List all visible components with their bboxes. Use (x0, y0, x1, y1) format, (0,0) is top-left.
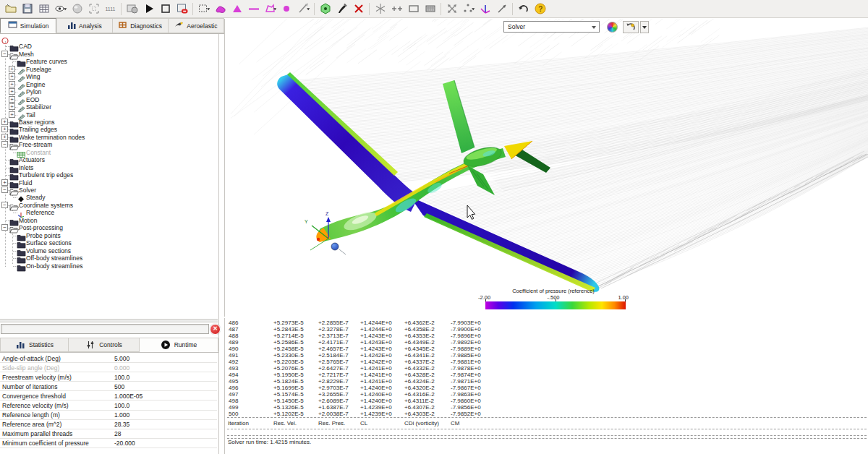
abort-icon[interactable] (174, 1, 190, 17)
parameter-value[interactable]: 100.0 (114, 402, 129, 409)
tree-item-label[interactable]: Probe points (26, 232, 61, 239)
tree-expander-plus[interactable]: + (1, 126, 8, 132)
tree-item-label[interactable]: Motion (19, 217, 38, 224)
tree-expander-plus[interactable]: + (9, 81, 15, 87)
save-icon[interactable] (19, 1, 35, 17)
color-palette-icon[interactable] (607, 22, 618, 33)
tree-expander-plus[interactable]: + (9, 73, 15, 80)
units-icon[interactable]: 1111 (102, 1, 119, 17)
tree-item-label[interactable]: EOD (26, 96, 39, 103)
tab-controls[interactable]: Controls (69, 338, 140, 352)
tree-item-label[interactable]: Fluid (19, 179, 32, 187)
tree-item-label[interactable]: Coordinate systems (19, 202, 73, 209)
open-icon[interactable] (2, 1, 19, 17)
undo-icon[interactable] (515, 1, 532, 17)
transform-scale-icon[interactable] (443, 1, 460, 17)
create-slope-icon[interactable] (295, 1, 312, 17)
select-region-icon[interactable] (195, 1, 212, 17)
run-solver-icon[interactable] (140, 1, 157, 17)
visibility-icon[interactable] (52, 1, 69, 17)
tree-item-label[interactable]: Engine (26, 81, 45, 88)
parameter-value[interactable]: 1.000E-05 (114, 393, 142, 400)
tree-expander-minus[interactable]: − (1, 202, 8, 208)
tab-aeroelastic[interactable]: Aeroelastic (169, 18, 224, 33)
tree-item-label[interactable]: Trailing edges (19, 126, 57, 133)
tree-item-label[interactable]: Constant (26, 149, 51, 156)
iteration-cell: +5.1326E-5 (273, 404, 304, 411)
create-volume-icon[interactable] (317, 1, 333, 17)
parameter-value[interactable]: 0.000 (114, 364, 129, 372)
parameter-value[interactable]: 28.35 (114, 421, 129, 428)
part-icon (17, 72, 26, 80)
tree-item-label[interactable]: On-body streamlines (26, 262, 82, 270)
create-surface-icon[interactable] (212, 1, 229, 17)
tree-expander-plus[interactable]: + (9, 96, 15, 103)
tree-expander-minus[interactable]: − (1, 141, 8, 147)
tree-expander-plus[interactable]: + (1, 179, 8, 186)
parameter-value[interactable]: 28 (114, 430, 121, 437)
tree-item-label[interactable]: Actuators (19, 156, 45, 163)
tree-item-label[interactable]: Volume sections (26, 247, 71, 254)
tree-item-label[interactable]: Off-body streamlines (26, 254, 82, 262)
scene-mode-dropdown[interactable]: Solver (503, 21, 600, 33)
snapshot-icon[interactable] (124, 1, 140, 17)
transform-axes-icon[interactable] (477, 1, 493, 17)
tree-expander-plus[interactable]: + (1, 134, 8, 140)
viewport-3d[interactable]: Z Y Solver Coefficient of pressure (refe… (224, 19, 868, 317)
create-triangle-icon[interactable] (229, 1, 245, 17)
parameter-value[interactable]: 500 (114, 383, 124, 390)
transform-nodes-icon[interactable] (460, 1, 477, 17)
create-point-icon[interactable] (278, 1, 295, 17)
tree-item-label[interactable]: Steady (26, 194, 45, 201)
tab-diagnostics[interactable]: Diagnostics (113, 18, 169, 33)
create-line-icon[interactable] (245, 1, 262, 17)
tab-simulation[interactable]: Simulation (0, 18, 56, 33)
stop-icon[interactable] (157, 1, 174, 17)
tree-item-label[interactable]: CAD (19, 43, 32, 50)
tab-runtime[interactable]: Runtime (140, 338, 218, 352)
parameter-value[interactable]: -20.000 (114, 440, 135, 447)
probe-icon[interactable] (333, 1, 350, 17)
parameter-value[interactable]: 5.000 (114, 355, 129, 362)
fit-view-icon[interactable] (85, 1, 102, 17)
tab-analysis[interactable]: Analysis (56, 18, 112, 33)
help-icon[interactable]: ? (532, 1, 548, 17)
tree-item-label[interactable]: Fuselage (26, 66, 51, 73)
tree-item-label[interactable]: Reference (26, 209, 54, 216)
parameter-value[interactable]: 1.000 (114, 411, 129, 419)
tree-expander-plus[interactable]: + (9, 66, 15, 72)
tree-item-label[interactable]: Surface sections (26, 239, 72, 247)
solver-panel-tabs: StatisticsControlsRuntime (0, 338, 218, 353)
tree-item-label[interactable]: Feature curves (26, 58, 67, 65)
display-settings-button[interactable] (623, 21, 639, 33)
tree-expander-plus[interactable]: + (9, 88, 15, 95)
tree-item-label[interactable]: Wing (26, 73, 40, 80)
measure-icon[interactable] (493, 1, 510, 17)
mesh-fill-icon[interactable] (422, 1, 438, 17)
tree-expander-minus[interactable]: − (1, 51, 8, 57)
tree-expander-minus[interactable]: − (1, 224, 8, 231)
tree-expander-plus[interactable]: + (1, 119, 8, 125)
tree-expander-plus[interactable]: + (9, 111, 15, 118)
create-polyline-icon[interactable] (262, 1, 278, 17)
delete-icon[interactable] (350, 1, 367, 17)
cancel-run-button[interactable]: ✕ (210, 324, 221, 335)
tree-item-label[interactable]: Tail (26, 111, 35, 119)
parameter-value[interactable]: 100.0 (114, 374, 129, 381)
tree-item-label[interactable]: Turbulent trip edges (19, 171, 73, 179)
tree-item-label[interactable]: Pylon (26, 88, 41, 95)
tree-item-label[interactable]: Base regions (19, 119, 55, 126)
tab-statistics[interactable]: Statistics (0, 338, 69, 352)
tree-item-label[interactable]: Inlets (19, 164, 33, 171)
sphere-shading-icon[interactable] (69, 1, 85, 17)
scene-canvas[interactable]: Z Y (225, 19, 868, 317)
mesh-refine-icon[interactable] (388, 1, 405, 17)
grid-view-icon[interactable] (35, 1, 52, 17)
mesh-node-icon[interactable] (372, 1, 388, 17)
tree-item-label[interactable]: Stabilizer (26, 103, 51, 111)
mesh-rect-icon[interactable] (405, 1, 422, 17)
display-settings-dropdown[interactable] (640, 21, 649, 33)
tree-expander-plus[interactable]: + (9, 103, 15, 110)
tree-expander-minus[interactable]: − (1, 187, 8, 193)
tree-item-label[interactable]: Wake termination nodes (19, 134, 85, 141)
